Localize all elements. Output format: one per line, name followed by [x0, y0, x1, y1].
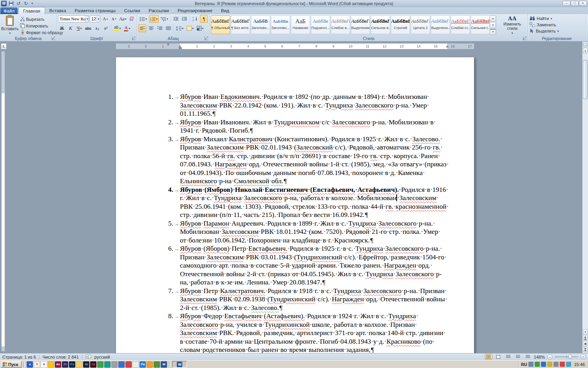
word-app-icon[interactable]: W	[1, 1, 7, 6]
paste-button[interactable]: Вставить ▾	[1, 15, 19, 35]
find-button[interactable]: Найти ▾	[530, 15, 584, 22]
horizontal-ruler[interactable]: 1231234567891011121314151617	[116, 43, 474, 49]
view-print-layout-button[interactable]	[485, 354, 492, 360]
select-browse-object-button[interactable]	[583, 341, 588, 346]
style-card[interactable]: АаБбВвГг,Слабая сс...	[451, 15, 470, 34]
style-card[interactable]: АаБбВвПодзагол...	[311, 15, 330, 34]
close-button[interactable]: ×	[579, 1, 587, 6]
next-page-button[interactable]	[583, 347, 588, 352]
numbered-list-item[interactable]: 3.→Ябуров·​Михаил·​Калистратович·​(Конст…	[168, 135, 449, 186]
styles-scroll-down-button[interactable]: ▾	[490, 22, 496, 28]
quick-launch-icon[interactable]: Pa	[140, 361, 146, 368]
tray-icon[interactable]	[554, 362, 559, 367]
show-formatting-marks-button[interactable]: ¶	[200, 15, 208, 23]
style-card[interactable]: АаБбВвГгВыделенн...	[431, 15, 450, 34]
styles-scroll-up-button[interactable]: ▴	[490, 15, 496, 22]
quick-launch-icon[interactable]	[111, 361, 118, 368]
save-button[interactable]	[8, 0, 14, 6]
tray-icon[interactable]	[528, 362, 534, 367]
ribbon-tab[interactable]: Вставка	[45, 7, 71, 14]
scroll-up-button[interactable]: ▴	[583, 48, 588, 53]
scroll-down-button[interactable]: ▾	[583, 329, 588, 335]
numbered-list-item[interactable]: 7.→Ябуров·​Петр·​Калистратович.·​Родился…	[168, 287, 449, 312]
line-spacing-button[interactable]: ▾	[175, 24, 185, 32]
minimize-button[interactable]: –	[563, 1, 570, 6]
replace-button[interactable]: Заменить	[530, 22, 584, 28]
maximize-button[interactable]: □	[571, 1, 579, 6]
sort-button[interactable]: АЯ	[191, 15, 199, 23]
redo-button[interactable]: ↻	[23, 0, 29, 6]
tray-icon[interactable]	[547, 362, 552, 367]
style-card[interactable]: АаБбВвЗаголово...	[271, 15, 290, 34]
styles-more-button[interactable]: ▾	[490, 29, 496, 35]
quick-launch-icon[interactable]: Ps	[69, 361, 75, 368]
ribbon-tab[interactable]: Разметка страницы	[71, 7, 120, 14]
file-tab[interactable]: Файл	[0, 7, 18, 14]
quick-launch-icon[interactable]: Y	[34, 361, 40, 368]
grow-font-button[interactable]: А▴	[101, 15, 109, 23]
first-line-indent-marker[interactable]	[167, 44, 170, 46]
bullets-button[interactable]: ▾	[138, 15, 148, 23]
quick-launch-icon[interactable]	[76, 361, 82, 368]
style-card[interactable]: АаБбВЗаголово...	[251, 15, 270, 34]
numbered-list-item[interactable]: 6.→Ябуров·​(Яборов)·​Петр·​Евстафьевич.·…	[168, 244, 449, 287]
quick-launch-icon[interactable]	[104, 361, 111, 368]
font-family-select[interactable]: Times New Ro▾	[58, 15, 89, 22]
taskbar-word-button[interactable]: W	[172, 361, 187, 368]
tray-icon[interactable]	[535, 362, 540, 367]
numbered-list-item[interactable]: 5.→Ябуров·​Парамон·​Андреевич.·​Родился·…	[168, 219, 449, 245]
ribbon-tab[interactable]: Рецензирование	[173, 7, 217, 14]
quick-launch-icon[interactable]	[147, 361, 153, 368]
justify-button[interactable]	[164, 24, 172, 32]
zoom-in-button[interactable]: +	[581, 354, 586, 359]
quick-launch-icon[interactable]: Ai	[83, 361, 89, 368]
italic-button[interactable]: К	[67, 24, 74, 32]
strikethrough-button[interactable]: abc	[84, 24, 93, 32]
zoom-slider[interactable]	[555, 356, 578, 357]
quick-launch-icon[interactable]	[97, 361, 103, 368]
align-center-button[interactable]	[147, 24, 155, 32]
ribbon-tab[interactable]: Главная	[18, 7, 45, 14]
style-card[interactable]: АаБбВвГг,¶ Обычный	[211, 15, 230, 34]
quick-launch-icon[interactable]: Ac	[55, 361, 61, 368]
clear-formatting-button[interactable]	[128, 15, 136, 23]
font-dialog-launcher-icon[interactable]	[132, 36, 136, 40]
zoom-level[interactable]: 148%	[534, 355, 545, 359]
quick-launch-icon[interactable]	[154, 361, 160, 368]
bold-button[interactable]: Ж	[58, 24, 66, 32]
document-page[interactable]: 1.→Ябуров·​Иван·​Евдокимович.·​Родился·​…	[116, 57, 474, 353]
tray-icon[interactable]	[566, 362, 571, 367]
view-web-layout-button[interactable]	[505, 354, 512, 360]
change-case-button[interactable]: Аа▾	[118, 15, 127, 23]
left-indent-marker[interactable]	[179, 47, 182, 49]
quick-launch-icon[interactable]: Pr	[62, 361, 68, 368]
quick-launch-icon[interactable]: W	[161, 361, 167, 368]
page-indicator[interactable]: Страница: 1 из 6	[2, 355, 36, 359]
decrease-indent-button[interactable]	[172, 15, 180, 23]
font-color-button[interactable]: А▾	[123, 24, 131, 32]
start-button[interactable]: Пуск	[1, 361, 22, 368]
style-card[interactable]: АаБбВвГг,Сильная с...	[471, 15, 489, 34]
language-status[interactable]: русский	[94, 355, 110, 359]
tab-selector[interactable]: L	[1, 43, 7, 49]
quick-launch-icon[interactable]	[125, 361, 132, 368]
numbering-button[interactable]: 123▾	[149, 15, 159, 23]
text-highlight-button[interactable]: ab▾	[113, 24, 122, 32]
ribbon-tab[interactable]: Ссылки	[120, 7, 145, 14]
borders-button[interactable]: ▾	[196, 24, 205, 32]
quick-launch-icon[interactable]	[118, 361, 125, 368]
font-size-select[interactable]: 12▾	[90, 15, 100, 22]
underline-button[interactable]: Ч▾	[75, 24, 83, 32]
ribbon-tab[interactable]: Рассылки	[144, 7, 173, 14]
clipboard-dialog-launcher-icon[interactable]	[52, 36, 55, 40]
shading-button[interactable]: ▾	[185, 24, 195, 32]
ribbon-tab[interactable]: Вид	[217, 7, 234, 14]
vertical-scrollbar[interactable]: ▴ ▾	[582, 42, 588, 353]
style-card[interactable]: АаБбВвГгЦитата 2	[411, 15, 430, 34]
select-button[interactable]: Выделить ▾	[530, 28, 584, 34]
numbered-list-item[interactable]: 2.→Ябуров·​Иван·​Иванович.·​Жил·​в·​Тунд…	[168, 118, 449, 135]
style-card[interactable]: АаБбВвГвСлабое в...	[331, 15, 350, 34]
style-card[interactable]: АаБбВвГг,Строгий	[391, 15, 410, 34]
align-left-button[interactable]	[138, 24, 146, 32]
style-card[interactable]: АаБбВвГгВыделение	[351, 15, 370, 34]
